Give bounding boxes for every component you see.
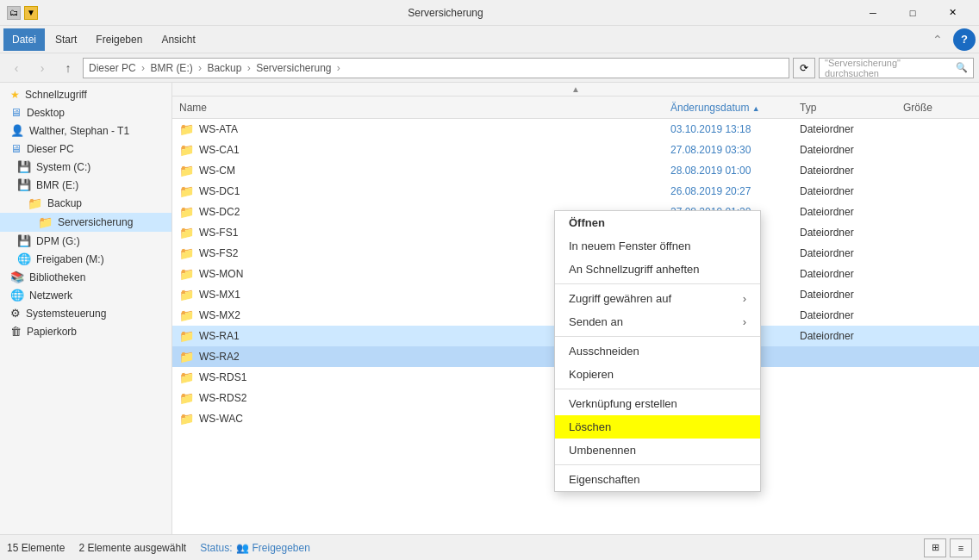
user-icon: 👤 [10, 124, 24, 137]
view-icons-button[interactable]: ⊞ [924, 538, 946, 557]
sidebar-item-papierkorb[interactable]: 🗑 Papierkorb [0, 322, 171, 340]
folder-icon: 📁 [179, 226, 194, 240]
sidebar-item-user[interactable]: 👤 Walther, Stephan - T1 [0, 121, 171, 140]
sidebar: ★ Schnellzugriff 🖥 Desktop 👤 Walther, St… [0, 83, 172, 534]
sidebar-item-system-c[interactable]: 💾 System (C:) [0, 158, 171, 176]
ctx-item-offnen[interactable]: Öffnen [555, 211, 760, 234]
sidebar-item-freigaben-m[interactable]: 🌐 Freigaben (M:) [0, 250, 171, 268]
minimize-button[interactable]: ─ [853, 0, 893, 26]
statusbar: 15 Elemente 2 Elemente ausgewählt Status… [0, 534, 979, 560]
up-button[interactable]: ↑ [57, 57, 79, 79]
sidebar-item-desktop[interactable]: 🖥 Desktop [0, 103, 171, 121]
sidebar-item-systemsteuerung[interactable]: ⚙ Systemsteuerung [0, 304, 171, 322]
ctx-item-new-window[interactable]: In neuem Fenster öffnen [555, 234, 760, 258]
ctx-item-loeschen[interactable]: Löschen [555, 415, 760, 439]
search-placeholder: "Serversicherung" durchsuchen [825, 58, 956, 78]
folder-icon: 📁 [179, 329, 194, 343]
sidebar-item-dieser-pc[interactable]: 🖥 Dieser PC [0, 140, 171, 158]
controlpanel-icon: ⚙ [10, 307, 21, 320]
main-layout: ★ Schnellzugriff 🖥 Desktop 👤 Walther, St… [0, 83, 979, 534]
ctx-item-eigenschaften[interactable]: Eigenschaften [555, 468, 760, 491]
col-type-header[interactable]: Typ [800, 102, 903, 114]
sidebar-item-dpm-g[interactable]: 💾 DPM (G:) [0, 232, 171, 250]
pc-icon: 🖥 [10, 142, 22, 155]
folder-icon: 📁 [179, 412, 194, 426]
folder-icon: 📁 [179, 205, 194, 219]
search-icon: 🔍 [956, 62, 968, 73]
trash-icon: 🗑 [10, 325, 22, 338]
folder-icon: 📁 [179, 143, 194, 157]
ctx-item-pin-quick[interactable]: An Schnellzugriff anheften [555, 258, 760, 281]
ctx-item-verknuepfung[interactable]: Verknüpfung erstellen [555, 392, 760, 415]
col-name-header[interactable]: Name [179, 102, 670, 114]
drive-m-icon: 🌐 [17, 252, 31, 265]
sort-arrow-icon: ▲ [752, 104, 760, 113]
refresh-button[interactable]: ⟳ [793, 58, 815, 78]
folder-icon: 📁 [179, 184, 194, 198]
folder-serversicherung-icon: 📁 [38, 215, 53, 229]
help-button[interactable]: ? [953, 28, 976, 51]
statusbar-view-controls: ⊞ ≡ [924, 538, 972, 557]
statusbar-selected: 2 Elemente ausgewählt [78, 542, 186, 554]
sidebar-item-bibliotheken[interactable]: 📚 Bibliotheken [0, 268, 171, 286]
folder-icon: 📁 [179, 164, 194, 177]
sidebar-item-backup[interactable]: 📁 Backup [0, 194, 171, 213]
file-item-ws-ca1[interactable]: 📁 WS-CA1 27.08.2019 03:30 Dateiordner [172, 140, 979, 160]
back-button[interactable]: ‹ [5, 57, 28, 79]
close-button[interactable]: ✕ [932, 0, 972, 26]
drive-g-icon: 💾 [17, 234, 31, 247]
maximize-button[interactable]: □ [893, 0, 932, 26]
sidebar-item-bmr-e[interactable]: 💾 BMR (E:) [0, 176, 171, 194]
sidebar-item-schnellzugriff[interactable]: ★ Schnellzugriff [0, 86, 171, 103]
sort-collapse-bar: ▲ [172, 83, 979, 96]
statusbar-count: 15 Elemente [7, 542, 65, 554]
col-date-header[interactable]: Änderungsdatum ▲ [670, 102, 800, 114]
breadcrumb: Dieser PC › BMR (E:) › Backup › Serversi… [89, 62, 343, 74]
ctx-arrow-icon-1: › [743, 292, 746, 305]
file-item-ws-ata[interactable]: 📁 WS-ATA 03.10.2019 13:18 Dateiordner [172, 119, 979, 140]
tab-freigeben[interactable]: Freigeben [87, 28, 151, 51]
context-menu: Öffnen In neuem Fenster öffnen An Schnel… [554, 210, 761, 492]
folder-icon: 📁 [179, 391, 194, 405]
titlebar-icon1: 🗂 [7, 6, 21, 20]
desktop-icon: 🖥 [10, 106, 22, 119]
col-size-header[interactable]: Größe [903, 102, 972, 114]
sidebar-item-netzwerk[interactable]: 🌐 Netzwerk [0, 286, 171, 304]
sort-arrow-up: ▲ [571, 84, 580, 94]
ribbon: Datei Start Freigeben Ansicht ⌃ ? [0, 26, 979, 53]
ctx-item-kopieren[interactable]: Kopieren [555, 363, 760, 386]
library-icon: 📚 [10, 271, 24, 283]
ctx-separator-4 [555, 464, 760, 465]
titlebar-controls: ─ □ ✕ [853, 0, 972, 26]
folder-backup-icon: 📁 [28, 196, 42, 210]
folder-icon: 📁 [179, 288, 194, 302]
folder-icon: 📁 [179, 122, 194, 136]
ctx-item-umbenennen[interactable]: Umbenennen [555, 439, 760, 462]
titlebar: 🗂 ▼ Serversicherung ─ □ ✕ [0, 0, 979, 26]
star-icon: ★ [10, 89, 20, 101]
file-list-header: Name Änderungsdatum ▲ Typ Größe [172, 96, 979, 119]
tab-start[interactable]: Start [47, 28, 85, 51]
sidebar-item-serversicherung[interactable]: 📁 Serversicherung [0, 213, 171, 232]
titlebar-icon2: ▼ [24, 6, 38, 20]
ctx-item-zugriff[interactable]: Zugriff gewähren auf › [555, 287, 760, 310]
search-bar[interactable]: "Serversicherung" durchsuchen 🔍 [819, 58, 974, 78]
tab-ansicht[interactable]: Ansicht [153, 28, 203, 51]
forward-button[interactable]: › [31, 57, 53, 79]
ctx-item-ausschneiden[interactable]: Ausschneiden [555, 339, 760, 363]
view-details-button[interactable]: ≡ [950, 538, 972, 557]
titlebar-title: Serversicherung [41, 7, 850, 19]
folder-icon: 📁 [179, 350, 194, 364]
ribbon-collapse-btn[interactable]: ⌃ [926, 33, 950, 47]
tab-datei[interactable]: Datei [3, 28, 45, 51]
shared-icon: 👥 [236, 542, 249, 554]
address-bar[interactable]: Dieser PC › BMR (E:) › Backup › Serversi… [83, 58, 789, 78]
ctx-item-senden[interactable]: Senden an › [555, 310, 760, 333]
drive-e-icon: 💾 [17, 178, 31, 191]
statusbar-status-value: Freigegeben [253, 542, 310, 554]
folder-icon: 📁 [179, 246, 194, 260]
file-item-ws-dc1[interactable]: 📁 WS-DC1 26.08.2019 20:27 Dateiordner [172, 181, 979, 202]
folder-icon: 📁 [179, 370, 194, 384]
titlebar-app-icons: 🗂 ▼ [7, 6, 38, 20]
file-item-ws-cm[interactable]: 📁 WS-CM 28.08.2019 01:00 Dateiordner [172, 160, 979, 181]
